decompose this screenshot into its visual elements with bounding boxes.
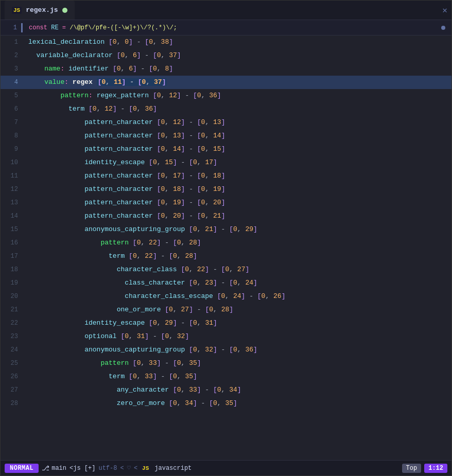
code-line-10: 10 identity_escape [0, 15] - [0, 17] xyxy=(1,156,451,169)
header-left-border xyxy=(21,23,23,32)
line-number-25: 25 xyxy=(1,357,24,370)
line-number-13: 13 xyxy=(1,196,24,209)
line-number-2: 2 xyxy=(1,49,24,62)
line-content-2: variable_declarator [0, 6] - [0, 37] xyxy=(24,49,181,62)
line-number-15: 15 xyxy=(1,223,24,236)
line-number-7: 7 xyxy=(1,116,24,129)
code-line-3: 3 name: identifier [0, 6] - [0, 8] xyxy=(1,62,451,76)
line-content-26: term [0, 33] - [0, 35] xyxy=(24,370,197,383)
regex-value: /\@pf\/pfe-([-\w]+)\/?(.*)\/; xyxy=(69,24,177,31)
line-number-6: 6 xyxy=(1,102,24,116)
tab-bar: JS regex.js ✕ xyxy=(1,1,451,20)
code-line-21: 21 one_or_more [0, 27] - [0, 28] xyxy=(1,303,451,316)
code-line-5: 5 pattern: regex_pattern [0, 12] - [0, 3… xyxy=(1,89,451,102)
code-line-23: 23 optional [0, 31] - [0, 32] xyxy=(1,330,451,343)
file-tab[interactable]: JS regex.js xyxy=(5,1,75,20)
status-bar: NORMAL ⎇ main <js [+] utf-8 < ♡ < JS jav… xyxy=(1,460,451,475)
code-line-6: 6 term [0, 12] - [0, 36] xyxy=(1,102,451,116)
branch-name: main xyxy=(51,465,66,472)
code-line-18: 18 character_class [0, 22] - [0, 27] xyxy=(1,263,451,276)
code-line-13: 13 pattern_character [0, 19] - [0, 20] xyxy=(1,196,451,209)
line-number-22: 22 xyxy=(1,316,24,330)
line-content-9: pattern_character [0, 14] - [0, 15] xyxy=(24,143,225,156)
status-branch: ⎇ main xyxy=(42,464,66,472)
code-line-7: 7 pattern_character [0, 12] - [0, 13] xyxy=(1,116,451,129)
code-editor[interactable]: 1 lexical_declaration [0, 0] - [0, 38] 2… xyxy=(1,36,451,460)
line-number-14: 14 xyxy=(1,209,24,223)
line-content-15: anonymous_capturing_group [0, 21] - [0, … xyxy=(24,223,257,236)
line-content-18: character_class [0, 22] - [0, 27] xyxy=(24,263,249,276)
tab-js-icon: JS xyxy=(12,7,22,14)
code-line-22: 22 identity_escape [0, 29] - [0, 31] xyxy=(1,316,451,330)
code-line-11: 11 pattern_character [0, 17] - [0, 18] xyxy=(1,169,451,183)
tab-close-button[interactable]: ✕ xyxy=(442,5,447,15)
line-content-7: pattern_character [0, 12] - [0, 13] xyxy=(24,116,225,129)
line-number-10: 10 xyxy=(1,156,24,169)
code-line-2: 2 variable_declarator [0, 6] - [0, 37] xyxy=(1,49,451,62)
branch-icon: ⎇ xyxy=(42,464,49,472)
code-line-12: 12 pattern_character [0, 18] - [0, 19] xyxy=(1,183,451,196)
line-number-9: 9 xyxy=(1,143,24,156)
line-content-23: optional [0, 31] - [0, 32] xyxy=(24,330,189,343)
status-top-label: Top xyxy=(402,464,422,473)
code-line-24: 24 anonymous_capturing_group [0, 32] - [… xyxy=(1,343,451,357)
header-line-number: 1 xyxy=(7,24,17,31)
line-content-5: pattern: regex_pattern [0, 12] - [0, 36] xyxy=(24,89,221,102)
line-number-1: 1 xyxy=(1,36,24,49)
line-content-27: any_character [0, 33] - [0, 34] xyxy=(24,383,241,397)
keyword-const: const xyxy=(29,24,51,31)
line-number-18: 18 xyxy=(1,263,24,276)
code-line-26: 26 term [0, 33] - [0, 35] xyxy=(1,370,451,383)
line-number-26: 26 xyxy=(1,370,24,383)
code-line-15: 15 anonymous_capturing_group [0, 21] - [… xyxy=(1,223,451,236)
var-re: RE xyxy=(51,24,62,31)
line-content-22: identity_escape [0, 29] - [0, 31] xyxy=(24,316,217,330)
line-number-5: 5 xyxy=(1,89,24,102)
line-content-16: pattern [0, 22] - [0, 28] xyxy=(24,236,201,250)
line-content-17: term [0, 22] - [0, 28] xyxy=(24,250,197,263)
code-line-27: 27 any_character [0, 33] - [0, 34] xyxy=(1,383,451,397)
line-number-4: 4 xyxy=(1,76,24,89)
line-number-27: 27 xyxy=(1,383,24,397)
line-content-20: character_class_escape [0, 24] - [0, 26] xyxy=(24,290,285,303)
status-mode: NORMAL xyxy=(5,464,39,473)
line-number-19: 19 xyxy=(1,276,24,290)
status-language: javascript xyxy=(154,465,192,472)
line-number-21: 21 xyxy=(1,303,24,316)
line-number-28: 28 xyxy=(1,397,24,410)
line-number-17: 17 xyxy=(1,250,24,263)
line-content-19: class_character [0, 23] - [0, 24] xyxy=(24,276,257,290)
op-equals: = xyxy=(62,24,69,31)
less-than-icon: < xyxy=(120,465,124,472)
line-content-12: pattern_character [0, 18] - [0, 19] xyxy=(24,183,225,196)
line-number-16: 16 xyxy=(1,236,24,250)
line-content-14: pattern_character [0, 20] - [0, 21] xyxy=(24,209,225,223)
code-line-1: 1 lexical_declaration [0, 0] - [0, 38] xyxy=(1,36,451,49)
code-line-28: 28 zero_or_more [0, 34] - [0, 35] xyxy=(1,397,451,410)
line-number-3: 3 xyxy=(1,62,24,76)
tab-modified-dot xyxy=(62,8,67,13)
code-line-16: 16 pattern [0, 22] - [0, 28] xyxy=(1,236,451,250)
content-area: 1 lexical_declaration [0, 0] - [0, 38] 2… xyxy=(1,36,451,460)
line-content-8: pattern_character [0, 13] - [0, 14] xyxy=(24,129,225,143)
line-content-10: identity_escape [0, 15] - [0, 17] xyxy=(24,156,217,169)
code-line-14: 14 pattern_character [0, 20] - [0, 21] xyxy=(1,209,451,223)
tab-filename: regex.js xyxy=(26,6,58,14)
line-number-23: 23 xyxy=(1,330,24,343)
code-line-8: 8 pattern_character [0, 13] - [0, 14] xyxy=(1,129,451,143)
line-number-24: 24 xyxy=(1,343,24,357)
line-content-1: lexical_declaration [0, 0] - [0, 38] xyxy=(24,36,173,49)
header-right-dot xyxy=(441,26,445,30)
line-content-6: term [0, 12] - [0, 36] xyxy=(24,102,157,116)
line-content-11: pattern_character [0, 17] - [0, 18] xyxy=(24,169,225,183)
status-js-icon: JS xyxy=(141,465,150,472)
status-encoding: utf-8 xyxy=(98,465,117,472)
code-line-25: 25 pattern [0, 33] - [0, 35] xyxy=(1,357,451,370)
status-filetype: <js [+] xyxy=(69,465,95,472)
line-content-21: one_or_more [0, 27] - [0, 28] xyxy=(24,303,233,316)
bell-icon: ♡ xyxy=(127,464,131,472)
line-content-13: pattern_character [0, 19] - [0, 20] xyxy=(24,196,225,209)
line-content-24: anonymous_capturing_group [0, 32] - [0, … xyxy=(24,343,257,357)
line-content-4: value: regex [0, 11] - [0, 37] xyxy=(24,76,167,89)
line-number-12: 12 xyxy=(1,183,24,196)
